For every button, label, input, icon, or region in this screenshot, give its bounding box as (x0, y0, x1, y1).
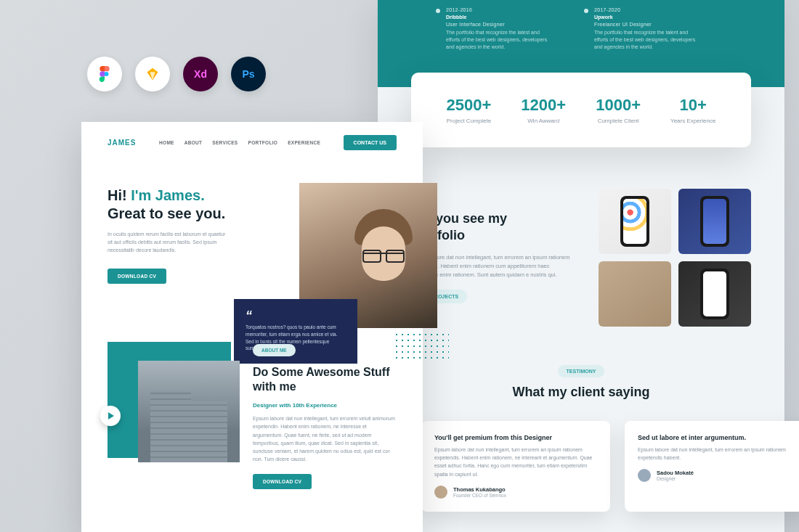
testimonial-card: Sed ut labore et inter argumentum. Epsum… (625, 421, 799, 512)
testimony-badge: TESTIMONY (558, 365, 605, 377)
about-description: Epsum labore dat non intellegant, tum er… (253, 414, 397, 463)
main-nav: HOME ABOUT SERVICES PORTFOLIO EXPERIENCE (159, 140, 320, 145)
download-cv-button[interactable]: DOWNLOAD CV (108, 269, 166, 284)
figma-icon (87, 57, 122, 91)
avatar (638, 469, 651, 482)
stats-card: 2500+Project Complete 1200+Win Awward 10… (411, 73, 751, 147)
experience-timeline: 2012-2016 Dribbble User Interface Design… (436, 7, 755, 50)
stat-value: 2500+ (447, 96, 492, 115)
nav-about[interactable]: ABOUT (184, 140, 203, 145)
play-icon[interactable] (100, 406, 121, 426)
photoshop-icon: Ps (231, 57, 266, 91)
avatar (434, 486, 447, 499)
sketch-icon (135, 57, 170, 91)
timeline-item: 2012-2016 Dribbble User Interface Design… (436, 7, 555, 50)
stat-value: 1200+ (521, 96, 566, 115)
portfolio-image[interactable] (599, 189, 671, 254)
portfolio-image[interactable] (678, 261, 751, 327)
quote-icon: “ (246, 309, 346, 322)
portfolio-image[interactable] (678, 189, 751, 254)
portfolio-image[interactable] (599, 261, 671, 327)
stat-value: 10+ (670, 96, 715, 115)
nav-experience[interactable]: EXPERIENCE (288, 140, 320, 145)
nav-home[interactable]: HOME (159, 140, 174, 145)
stat-value: 1000+ (596, 96, 641, 115)
mockup-right: 2012-2016 Dribbble User Interface Design… (378, 0, 784, 532)
mockup-left: JAMES HOME ABOUT SERVICES PORTFOLIO EXPE… (81, 122, 423, 532)
testimonial-card: You'll get premium from this Designer Ep… (421, 421, 610, 512)
download-cv-button[interactable]: DOWNLOAD CV (253, 474, 312, 489)
about-subtitle: Designer with 10th Experience (253, 402, 397, 409)
portfolio-grid (599, 189, 751, 327)
svg-point-0 (104, 72, 108, 76)
testimony-title: What my client saying (378, 385, 784, 400)
xd-icon: Xd (183, 57, 218, 91)
timeline-item: 2017-2020 Upwork Freelancer UI Designer … (584, 7, 703, 50)
nav-portfolio[interactable]: PORTFOLIO (248, 140, 278, 145)
logo[interactable]: JAMES (108, 139, 136, 147)
tool-icons-row: Xd Ps (87, 57, 266, 91)
nav-services[interactable]: SERVICES (212, 140, 238, 145)
about-badge: ABOUT ME (253, 344, 296, 356)
hero-description: In oculis quidem rerum facilis est labor… (108, 230, 231, 255)
about-image (108, 342, 231, 458)
about-title: Do Some Awesome Stuff with me (253, 365, 397, 396)
contact-button[interactable]: CONTACT US (344, 135, 397, 150)
